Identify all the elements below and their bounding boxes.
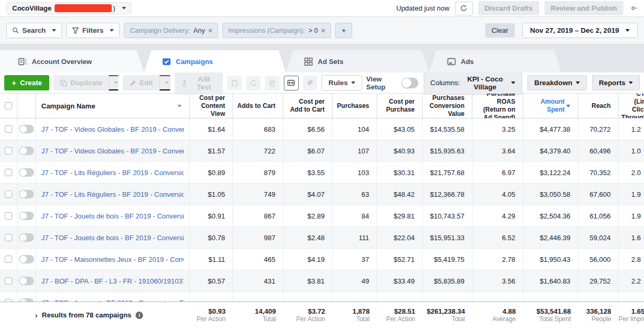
account-selector[interactable]: CocoVillage ) [6,2,132,14]
add-filter-button[interactable]: + [335,23,352,38]
row-checkbox[interactable] [5,190,12,198]
row-checkbox[interactable] [5,169,12,176]
duplicate-button[interactable]: Duplicate [53,75,109,90]
tab-ads[interactable]: Ads [429,50,561,72]
adds-to-cart-cell: 867 [233,205,283,226]
ab-test-button[interactable]: A/B Test [175,71,223,95]
column-header-purchases-conversion-value[interactable]: Purchases Conversion Value [423,94,472,118]
duplicate-menu-button[interactable] [109,75,118,90]
footer-total-value: $0.93 [208,307,226,315]
tab-campaigns[interactable]: Campaigns [144,50,286,72]
tab-ad-sets[interactable]: Ad Sets [286,50,429,72]
tags-button[interactable] [303,76,318,90]
purchases-cell: 49 [333,270,377,291]
close-icon[interactable]: × [321,26,326,34]
row-checkbox[interactable] [5,256,12,263]
column-header-cost-per-add-to-cart[interactable]: Cost per Add to Cart [283,94,333,118]
date-range-selector[interactable]: Nov 27, 2019 – Dec 2, 2019 [522,23,638,38]
reach-cell: 67,600 [578,184,619,205]
edit-label: Edit [140,79,153,87]
filter-chip-impressions[interactable]: Impressions (Campaign): > 0 × [222,23,331,38]
clipboard-button[interactable] [227,76,242,90]
column-label: CTR (Link Click- Through) [621,94,644,118]
campaign-name-link[interactable]: J7 - TOF - Videos Globales - BF 2019 - C… [41,125,184,133]
table-row: J7 - TOF - Videos Globales - BF 2019 - C… [0,140,644,162]
row-checkbox[interactable] [5,147,12,154]
breakdown-label: Breakdown [534,79,573,87]
chip-label: Campaign Delivery: [130,26,190,34]
purchases-conversion-value-cell: $10,743.57 [423,205,472,226]
column-label: Amount Spent [532,98,565,114]
column-header-purchases[interactable]: Purchases [333,94,377,118]
filters-button[interactable]: Filters [66,23,120,38]
clear-filters-button[interactable]: Clear [485,23,515,38]
column-header-adds-to-cart[interactable]: Adds to Cart [233,94,283,118]
purchase-roas-cell: 4.29 [472,205,523,226]
campaign-name-link[interactable]: J7 - TOF - Maisonnettes Jeux - BF 2019 -… [41,256,184,263]
review-publish-button[interactable]: Review and Publish [544,1,623,15]
campaign-name-link[interactable]: J7 - BOF - DPA - BF - L3 - FR - 191060/1… [41,277,184,285]
row-toggle-cell [17,184,36,205]
edit-button[interactable]: Edit [123,75,159,90]
column-header-cost-per-purchase[interactable]: Cost per Purchase [377,94,423,118]
campaign-status-toggle[interactable] [19,233,34,242]
results-summary[interactable]: › Results from 78 campaigns i [0,302,190,328]
reports-label: Reports [599,79,625,87]
gear-icon [629,4,638,13]
updated-status: Updated just now [396,4,449,12]
row-checkbox[interactable] [5,212,12,220]
columns-button[interactable]: Columns: KPI - Coco Village [424,71,522,95]
purchases-conversion-value-cell: $14,535.58 [423,119,472,140]
column-header-purchase-roas[interactable]: Purchase ROAS (Return on Ad Spend) [472,94,523,118]
revert-button[interactable] [246,76,261,90]
row-checkbox[interactable] [5,277,12,285]
campaign-status-toggle[interactable] [19,190,34,198]
campaign-status-toggle[interactable] [19,255,34,263]
campaign-name-link[interactable]: J7 - TOF - Jouets de bois - BF 2019 - Co… [41,212,184,220]
column-header-cost-per-content-view[interactable]: Cost per Content View [190,94,233,118]
breakdown-button[interactable]: Breakdown [527,75,587,90]
campaign-name-cell: J7 - TOF - Videos Globales - BF 2019 - C… [36,140,190,161]
cost-per-purchase-cell: $22.04 [377,227,423,248]
delete-button[interactable] [265,76,280,90]
amount-spent-cell: $1,950.43 [523,249,578,270]
campaign-status-toggle[interactable] [19,168,34,177]
tab-account-overview[interactable]: Account Overview [0,50,144,72]
column-header-campaign-name[interactable]: Campaign Name [36,94,190,118]
row-select-cell [0,227,17,248]
campaign-status-toggle[interactable] [19,147,34,155]
ab-test-label: A/B Test [191,75,217,91]
reports-button[interactable]: Reports [592,75,640,90]
campaign-name-link[interactable]: J7 - TOF - Jouets de bois - BF 2019 - Co… [41,234,184,242]
campaign-name-link[interactable]: J7 - TOF - Videos Globales - BF 2019 - C… [41,147,184,155]
campaign-name-link[interactable]: J7 - TOF - Lits Réguliers - BF 2019 - Co… [41,190,184,198]
discard-drafts-button[interactable]: Discard Drafts [478,1,539,15]
footer-total-cell: 4.88Average [472,302,523,328]
footer-total-value: 1.65 [619,307,644,315]
row-toggle-cell [17,162,36,183]
refresh-button[interactable] [455,2,473,15]
campaign-status-toggle[interactable] [19,212,34,220]
info-icon[interactable]: i [136,312,143,319]
footer-total-value: 336,128 [586,307,611,315]
columns-label: Columns: [431,79,460,87]
campaign-status-toggle[interactable] [19,277,34,285]
campaign-status-toggle[interactable] [19,125,34,133]
purchases-cell: 37 [333,249,377,270]
row-checkbox[interactable] [5,125,12,133]
campaign-name-link[interactable]: J7 - TOF - Lits Réguliers - BF 2019 - Co… [41,169,184,177]
rules-button[interactable]: Rules [321,75,362,90]
select-all-checkbox[interactable] [5,102,12,110]
create-button[interactable]: + Create [4,75,49,90]
view-setup-toggle[interactable] [401,78,418,88]
column-header-amount-spent-sorted[interactable]: Amount Spent [523,94,578,118]
row-checkbox[interactable] [5,234,12,241]
close-icon[interactable]: × [208,26,212,34]
preview-button[interactable] [284,76,299,90]
column-header-reach[interactable]: Reach [578,94,619,118]
edit-menu-button[interactable] [159,75,171,90]
settings-button[interactable] [629,4,638,13]
column-header-ctr[interactable]: CTR (Link Click- Through) [619,94,644,118]
search-button[interactable]: Search [6,23,62,38]
filter-chip-campaign-delivery[interactable]: Campaign Delivery: Any × [124,23,218,38]
